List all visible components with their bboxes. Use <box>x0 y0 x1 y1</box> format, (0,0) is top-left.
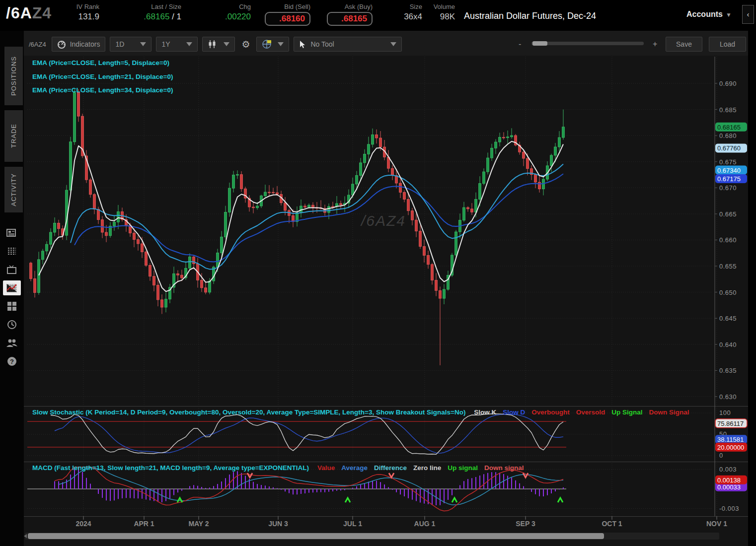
macd-legend-item[interactable]: Down signal <box>484 464 524 472</box>
time-axis-label: NOV 1 <box>706 520 727 528</box>
stochastic-legend-item[interactable]: Down Signal <box>649 409 689 416</box>
stochastic-study-label: Slow Stochastic (K Period=14, D Period=9… <box>32 409 465 416</box>
chevron-down-icon: ▼ <box>726 11 732 18</box>
time-axis: 2024APR 1MAY 2JUN 3JUL 1AUG 1SEP 3OCT 1N… <box>24 520 748 530</box>
macd-value-bubble: 0.00138 <box>715 476 747 484</box>
chevron-down-icon <box>278 42 284 46</box>
toolbar-symbol: /6AZ4 <box>29 41 46 48</box>
instrument-title: Australian Dollar Futures, Dec-24 <box>464 11 596 21</box>
range-dropdown[interactable]: 1Y <box>156 37 198 52</box>
sidebar-monitor-icon[interactable] <box>3 262 21 277</box>
save-button[interactable]: Save <box>666 37 702 52</box>
svg-text:0.67175: 0.67175 <box>717 175 741 183</box>
macd-legend-item[interactable]: Difference <box>374 464 407 472</box>
slow-k-bubble: 75.86117 <box>715 419 747 428</box>
collapse-panel-button[interactable]: ‹ <box>742 5 754 24</box>
ema-study-labels: EMA (Price=CLOSE, Length=5, Displace=0) … <box>32 56 173 97</box>
chart-settings-button[interactable]: ⚙ <box>239 39 252 50</box>
svg-text:20.00000: 20.00000 <box>717 444 744 451</box>
axis-label: 0.675 <box>719 158 737 166</box>
macd-legend-item[interactable]: Up signal <box>448 464 478 472</box>
cursor-icon <box>299 40 306 49</box>
quote-bar: /6AZ4 IV Rank 131.9 Last / Size .68165 /… <box>0 0 756 31</box>
zoom-out-button[interactable]: - <box>519 40 521 49</box>
iv-rank-field: IV Rank 131.9 <box>60 3 99 22</box>
bid-button[interactable]: .68160 <box>265 12 310 26</box>
axis-label: 0.655 <box>719 263 737 270</box>
time-axis-label: MAY 2 <box>188 520 209 528</box>
load-button[interactable]: Load <box>709 37 746 52</box>
time-axis-label: OCT 1 <box>602 520 622 528</box>
sidebar-clock-icon[interactable] <box>3 317 21 332</box>
chevron-down-icon <box>186 42 192 46</box>
time-axis-label: SEP 3 <box>516 520 535 528</box>
stochastic-legend-item[interactable]: Slow D <box>503 409 525 416</box>
svg-text:38.11581: 38.11581 <box>717 436 744 443</box>
ema-label: EMA (Price=CLOSE, Length=34, Displace=0) <box>32 83 173 97</box>
layout-dropdown[interactable] <box>256 37 289 52</box>
accounts-menu[interactable]: Accounts▼ <box>686 10 732 19</box>
stochastic-legend-item[interactable]: Up Signal <box>611 409 642 416</box>
indicators-button[interactable]: Indicators <box>52 37 106 52</box>
sidebar-news-icon[interactable] <box>3 225 21 240</box>
axis-label: 0.680 <box>719 132 737 139</box>
interval-dropdown[interactable]: 1D <box>110 37 151 52</box>
macd-legend-item[interactable]: Average <box>341 464 368 472</box>
sidebar-tab-trade[interactable]: TRADE <box>4 110 23 162</box>
sidebar-people-icon[interactable] <box>3 336 21 350</box>
horizontal-scrollbar[interactable] <box>25 533 719 540</box>
chart-type-dropdown[interactable] <box>202 37 235 52</box>
zoom-slider[interactable] <box>531 42 644 45</box>
stochastic-legend-item[interactable]: Overbought <box>531 409 570 416</box>
svg-text:0.68165: 0.68165 <box>717 124 741 131</box>
axis-label: 0.670 <box>719 184 737 192</box>
sidebar-list-icon[interactable] <box>3 244 21 259</box>
axis-label: -0.003 <box>719 505 739 512</box>
axis-label: 0.645 <box>719 315 737 322</box>
zoom-slider-thumb[interactable] <box>532 41 547 46</box>
scrollbar-thumb[interactable] <box>28 533 604 539</box>
ema-label: EMA (Price=CLOSE, Length=21, Displace=0) <box>32 70 173 84</box>
axis-label: 0 <box>719 452 723 459</box>
scroll-left-icon[interactable] <box>24 534 27 538</box>
svg-text:0.67760: 0.67760 <box>717 144 741 152</box>
bid-field[interactable]: Bid (Sell) .68160 <box>256 3 310 26</box>
stochastic-legend: Slow Stochastic (K Period=14, D Period=9… <box>32 409 717 416</box>
macd-legend-item[interactable]: Zero line <box>413 464 441 472</box>
ema-label: EMA (Price=CLOSE, Length=5, Displace=0) <box>32 56 173 70</box>
chevron-down-icon <box>140 42 146 46</box>
sidebar-tab-positions[interactable]: POSITIONS <box>4 47 23 105</box>
macd-legend-item[interactable]: Value <box>317 464 335 472</box>
ask-field[interactable]: Ask (Buy) .68165 <box>318 3 373 26</box>
indicators-icon <box>57 40 66 49</box>
svg-text:0.00138: 0.00138 <box>717 477 741 484</box>
stochastic-legend-item[interactable]: Slow K <box>474 409 496 416</box>
ema34-price-bubble: 0.67175 <box>715 174 747 183</box>
ask-button[interactable]: .68165 <box>327 12 373 26</box>
last-price-bubble: 0.68165 <box>715 123 747 132</box>
macd-study-label: MACD (Fast length=13, Slow length=21, MA… <box>32 464 309 472</box>
sidebar-grid-icon[interactable] <box>3 299 21 314</box>
time-axis-label: JUL 1 <box>343 520 362 528</box>
time-axis-label: APR 1 <box>134 520 154 528</box>
time-axis-label: JUN 3 <box>268 520 288 528</box>
axis-label: 100 <box>719 409 731 416</box>
slow-d-bubble: 38.11581 <box>715 435 747 444</box>
ema21-price-bubble: 0.67340 <box>715 166 747 175</box>
size-field: Size 36x4 <box>395 3 422 22</box>
axis-label: 0.665 <box>719 210 737 218</box>
sidebar-chart-icon[interactable] <box>3 280 21 295</box>
macd-legend: MACD (Fast length=13, Slow length=21, MA… <box>32 464 601 472</box>
chevron-down-icon <box>390 42 396 46</box>
svg-text:0.67340: 0.67340 <box>717 167 741 174</box>
axis-label: 0.650 <box>719 289 737 296</box>
svg-text:75.86117: 75.86117 <box>717 420 744 427</box>
sidebar-tab-activity[interactable]: ACTIVITY <box>4 167 23 212</box>
stochastic-legend-item[interactable]: Oversold <box>576 409 605 416</box>
axis-label: 0.630 <box>719 393 737 401</box>
sidebar-help-icon[interactable]: ? <box>3 354 21 369</box>
axis-label: 0.660 <box>719 236 737 244</box>
drawing-tool-dropdown[interactable]: No Tool <box>294 37 402 52</box>
zoom-in-button[interactable]: + <box>653 40 657 49</box>
axis-label: 0.685 <box>719 106 737 114</box>
